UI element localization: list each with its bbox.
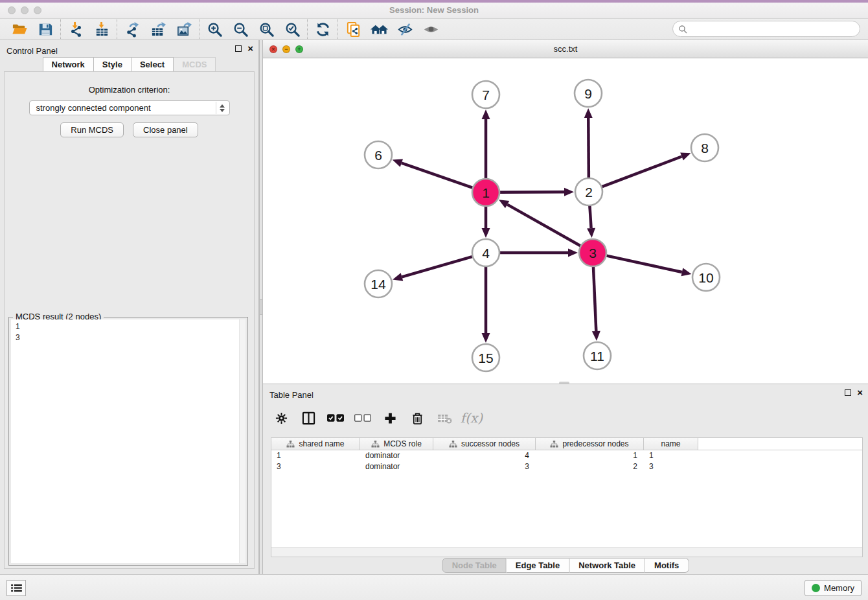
show-graphics-details-icon[interactable]: [418, 19, 444, 39]
column-header-mcds-role[interactable]: MCDS role: [360, 438, 433, 450]
table-cell-name[interactable]: 1: [644, 450, 698, 461]
import-table-icon[interactable]: [89, 19, 115, 39]
table-cell-successor-nodes[interactable]: 3: [433, 461, 536, 472]
clone-network-icon[interactable]: [340, 19, 366, 39]
zoom-in-icon[interactable]: [201, 19, 227, 39]
search-input[interactable]: [690, 23, 860, 36]
table-cell-predecessor-nodes[interactable]: 1: [536, 450, 644, 461]
column-header-name[interactable]: name: [644, 438, 698, 450]
graph-edge-3-10[interactable]: [606, 256, 681, 272]
table-panel-close-icon[interactable]: ×: [857, 389, 863, 396]
tab-select[interactable]: Select: [131, 57, 174, 71]
graph-node-label: 2: [585, 185, 593, 200]
tab-node-table[interactable]: Node Table: [442, 558, 507, 573]
close-panel-button[interactable]: Close panel: [133, 122, 198, 137]
deselect-all-icon[interactable]: [352, 408, 373, 428]
graph-node-label: 3: [589, 246, 597, 260]
table-panel-float-icon[interactable]: [845, 389, 851, 396]
graph-edge-arrowhead: [482, 228, 490, 238]
tab-edge-table[interactable]: Edge Table: [507, 558, 569, 573]
graph-edge-2-3[interactable]: [589, 206, 591, 228]
hide-graphics-details-icon[interactable]: [392, 19, 418, 39]
control-panel-tabs: NetworkStyleSelectMCDS: [0, 57, 258, 71]
graph-edge-arrowhead: [680, 152, 691, 160]
tab-motifs[interactable]: Motifs: [645, 558, 689, 573]
node-table: shared nameMCDS rolesuccessor nodesprede…: [271, 437, 863, 557]
add-column-icon[interactable]: [380, 408, 400, 428]
column-header-predecessor-nodes[interactable]: predecessor nodes: [536, 438, 644, 450]
memory-label: Memory: [824, 583, 854, 593]
control-panel-close-icon[interactable]: ×: [247, 45, 253, 52]
table-row[interactable]: 1dominator411: [271, 450, 862, 461]
tab-style[interactable]: Style: [94, 57, 131, 71]
table-cell-mcds-role[interactable]: dominator: [360, 461, 433, 472]
network-view-window: ×−+ scc.txt 7968124314101511: [263, 40, 868, 384]
result-scrollbar[interactable]: [239, 319, 246, 563]
graph-edge-3-11[interactable]: [593, 267, 596, 331]
memory-button[interactable]: Memory: [805, 580, 862, 596]
table-horizontal-scrollbar[interactable]: [271, 547, 862, 557]
show-columns-icon[interactable]: [298, 408, 319, 428]
graph-node-label: 6: [374, 148, 382, 163]
graph-node-label: 8: [701, 141, 709, 156]
graph-edge-3-1[interactable]: [507, 205, 580, 246]
graph-edge-arrowhead: [393, 273, 403, 281]
column-header-successor-nodes[interactable]: successor nodes: [433, 438, 536, 450]
table-toolbar: f(x): [271, 405, 482, 431]
graph-node-label: 4: [482, 246, 490, 260]
column-header-label: MCDS role: [383, 439, 422, 448]
graph-edge-arrowhead: [564, 188, 574, 196]
table-cell-name[interactable]: 3: [644, 461, 698, 472]
table-cell-shared-name[interactable]: 3: [271, 461, 360, 472]
select-all-icon[interactable]: [325, 408, 346, 428]
graph-edge-arrowhead: [681, 268, 691, 277]
criterion-select[interactable]: strongly connected component: [29, 100, 230, 115]
graph-edge-2-8[interactable]: [602, 156, 682, 187]
table-cell-predecessor-nodes[interactable]: 2: [536, 461, 644, 472]
search-box[interactable]: [672, 21, 860, 37]
toolbar-separator: [117, 19, 117, 39]
delete-column-trash-icon[interactable]: [407, 408, 428, 428]
tab-mcds[interactable]: MCDS: [174, 57, 216, 71]
network-window-title: scc.txt: [263, 44, 868, 54]
table-cell-shared-name[interactable]: 1: [271, 450, 360, 461]
table-row[interactable]: 3dominator323: [271, 461, 862, 472]
export-network-icon[interactable]: [119, 19, 145, 39]
graph-edge-1-6[interactable]: [402, 163, 472, 188]
delete-table-icon[interactable]: [434, 408, 455, 428]
memory-status-dot: [812, 584, 820, 592]
zoom-fit-icon[interactable]: [253, 19, 279, 39]
graph-edge-arrowhead: [568, 249, 578, 257]
task-history-button[interactable]: [6, 580, 26, 596]
refresh-layout-icon[interactable]: [310, 19, 336, 39]
export-table-icon[interactable]: [145, 19, 171, 39]
import-network-icon[interactable]: [63, 19, 89, 39]
open-file-icon[interactable]: [6, 19, 32, 39]
mcds-result-text[interactable]: 13: [11, 319, 246, 563]
save-session-icon[interactable]: [32, 19, 58, 39]
graph-edge-2-9[interactable]: [588, 118, 589, 178]
table-settings-gear-icon[interactable]: [271, 408, 291, 428]
network-window-titlebar[interactable]: ×−+ scc.txt: [263, 40, 868, 58]
export-image-icon[interactable]: [171, 19, 197, 39]
home-layout-icon[interactable]: [366, 19, 392, 39]
graph-node-label: 14: [371, 277, 386, 292]
zoom-out-icon[interactable]: [227, 19, 253, 39]
toolbar-separator: [60, 19, 61, 39]
column-header-label: successor nodes: [461, 439, 520, 448]
tab-network[interactable]: Network: [43, 57, 94, 71]
control-panel-float-icon[interactable]: [235, 45, 242, 52]
column-header-label: name: [661, 439, 680, 448]
table-cell-successor-nodes[interactable]: 4: [433, 450, 536, 461]
graph-edge-1-2[interactable]: [500, 192, 564, 192]
tab-network-table[interactable]: Network Table: [569, 558, 645, 573]
table-cell-mcds-role[interactable]: dominator: [360, 450, 433, 461]
run-mcds-button[interactable]: Run MCDS: [60, 122, 124, 137]
function-builder-icon[interactable]: f(x): [461, 408, 482, 428]
graph-edge-arrowhead: [587, 228, 595, 238]
network-canvas[interactable]: 7968124314101511: [263, 58, 868, 383]
zoom-selected-icon[interactable]: [279, 19, 305, 39]
graph-edge-4-14[interactable]: [402, 257, 472, 277]
column-header-shared-name[interactable]: shared name: [271, 438, 360, 450]
graph-edge-arrowhead: [393, 159, 403, 167]
